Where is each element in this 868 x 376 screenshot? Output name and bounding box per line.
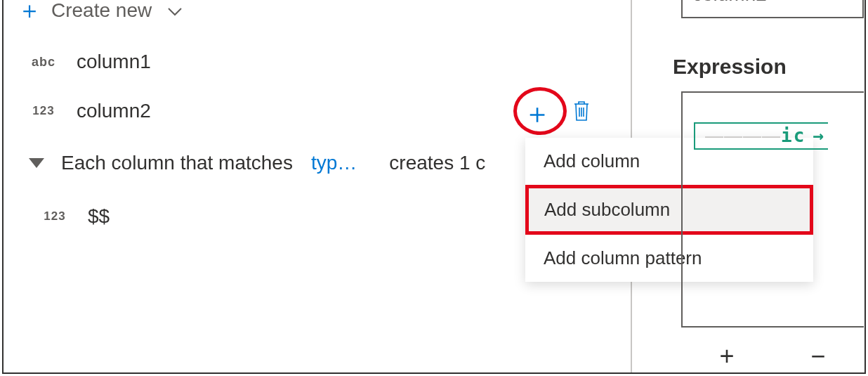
type-badge-number: 123	[36, 209, 74, 223]
column-row[interactable]: abc column1	[25, 51, 151, 73]
name-input-value: column2	[692, 0, 767, 6]
create-new-button[interactable]: ＋ Create new	[18, 0, 183, 27]
column-row[interactable]: 123 column2	[25, 100, 151, 122]
add-icon[interactable]: ＋	[523, 99, 551, 127]
plus-icon: ＋	[18, 0, 41, 27]
expression-plus-button[interactable]: +	[719, 342, 734, 371]
pattern-prefix: Each column that matches	[61, 152, 293, 174]
expression-label: Expression	[673, 55, 787, 79]
chevron-down-icon	[167, 0, 183, 22]
column-name: column1	[77, 51, 151, 73]
delete-icon[interactable]	[571, 98, 592, 127]
subcolumn-name: $$	[88, 205, 110, 228]
row-actions: ＋	[523, 98, 592, 127]
expression-token[interactable]: ————ic→	[694, 122, 828, 150]
triangle-down-icon	[29, 158, 44, 168]
pattern-suffix: creates 1 c	[389, 152, 485, 174]
name-input[interactable]: column2	[681, 0, 864, 18]
create-new-label: Create new	[51, 0, 152, 22]
expression-content: ————ic→	[694, 122, 864, 150]
type-badge-text: abc	[25, 55, 63, 70]
subcolumn-row[interactable]: 123 $$	[36, 205, 110, 228]
column-name: column2	[77, 100, 151, 122]
pattern-row[interactable]: Each column that matches typ… creates 1 …	[22, 152, 485, 174]
expression-plus-minus: + −	[681, 342, 864, 371]
type-badge-number: 123	[25, 104, 63, 118]
pattern-type-link[interactable]: typ…	[311, 152, 357, 174]
expression-minus-button[interactable]: −	[810, 342, 825, 371]
expression-editor[interactable]: ————ic→	[681, 91, 864, 328]
